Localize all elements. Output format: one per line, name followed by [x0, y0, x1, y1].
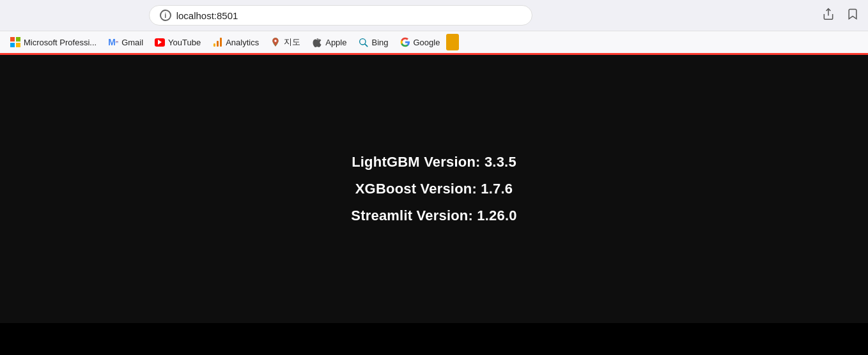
bookmark-apple[interactable]: Apple: [307, 34, 352, 50]
svg-rect-3: [10, 43, 15, 47]
svg-line-7: [365, 44, 368, 47]
bookmark-google[interactable]: Google: [395, 34, 446, 50]
address-bar[interactable]: i localhost:8501: [149, 5, 532, 26]
svg-point-5: [275, 40, 277, 42]
bookmark-apple-label: Apple: [325, 38, 346, 47]
maps-icon: [270, 37, 281, 47]
share-button[interactable]: [821, 6, 836, 25]
bookmark-analytics-label: Analytics: [226, 38, 259, 47]
bookmark-youtube-label: YouTube: [168, 38, 201, 47]
bookmark-google-label: Google: [414, 38, 440, 47]
xgboost-version: XGBoost Version: 1.7.6: [355, 181, 513, 197]
analytics-icon: [212, 37, 222, 47]
browser-chrome: i localhost:8501: [0, 0, 868, 55]
google-icon: [400, 37, 410, 47]
bookmark-overflow-partial: [446, 34, 459, 50]
streamlit-version: Streamlit Version: 1.26.0: [351, 208, 516, 224]
address-bar-row: i localhost:8501: [0, 0, 868, 31]
bookmark-gmail[interactable]: M Gmail: [103, 34, 148, 50]
bookmark-analytics[interactable]: Analytics: [207, 34, 264, 50]
bookmark-maps[interactable]: 지도: [265, 34, 306, 50]
lightgbm-version: LightGBM Version: 3.3.5: [352, 154, 516, 170]
bookmark-bing-label: Bing: [371, 38, 388, 47]
bookmark-maps-label: 지도: [284, 36, 300, 48]
microsoft-icon: [10, 37, 20, 47]
svg-rect-2: [16, 37, 20, 42]
bookmark-youtube[interactable]: YouTube: [150, 34, 206, 50]
svg-rect-1: [10, 37, 15, 42]
info-icon: i: [160, 10, 171, 21]
bing-icon: [358, 37, 368, 47]
bookmark-button[interactable]: [845, 6, 860, 25]
url-text: localhost:8501: [176, 10, 522, 21]
apple-icon: [312, 37, 322, 47]
bookmark-microsoft-label: Microsoft Professi...: [24, 38, 97, 47]
svg-rect-4: [16, 43, 20, 47]
youtube-icon: [155, 37, 165, 47]
browser-actions: [821, 6, 860, 25]
gmail-icon: M: [108, 37, 118, 47]
bookmark-gmail-label: Gmail: [121, 38, 143, 47]
main-content: LightGBM Version: 3.3.5 XGBoost Version:…: [0, 55, 868, 323]
bookmarks-bar: Microsoft Professi... M Gmail: [0, 31, 868, 55]
bookmark-bing[interactable]: Bing: [353, 34, 393, 50]
bookmark-microsoft[interactable]: Microsoft Professi...: [5, 34, 102, 50]
